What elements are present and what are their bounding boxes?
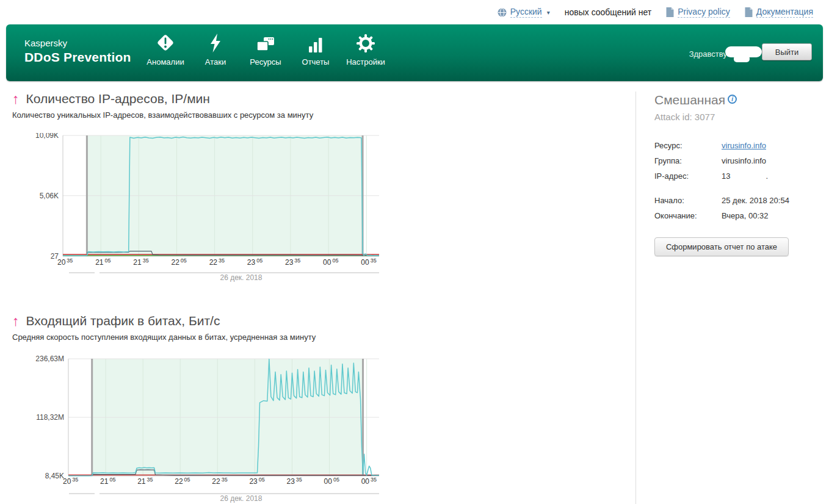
svg-text:2135: 2135 xyxy=(133,257,148,267)
anomaly-diamond-icon xyxy=(155,32,176,53)
nav-label: Аномалии xyxy=(147,57,184,67)
messages-status: новых сообщений нет xyxy=(565,7,652,17)
svg-text:2105: 2105 xyxy=(100,477,115,486)
svg-text:2335: 2335 xyxy=(285,257,300,267)
nav-item-attacks[interactable]: Атаки xyxy=(190,32,241,67)
svg-text:26 дек. 2018: 26 дек. 2018 xyxy=(220,273,262,282)
svg-text:2205: 2205 xyxy=(175,477,190,486)
content-divider xyxy=(635,92,636,504)
generate-report-button[interactable]: Сформировать отчет по атаке xyxy=(654,237,789,256)
attack-id: Attack id: 3077 xyxy=(654,112,820,122)
nav-label: Настройки xyxy=(346,57,385,67)
chart1-title: Количество IP-адресов, IP/мин xyxy=(26,92,210,106)
ip-value: 13 xyxy=(722,171,730,181)
start-value: 25 дек. 2018 20:54 xyxy=(722,196,789,205)
windows-icon xyxy=(256,32,275,53)
documentation-link[interactable]: Документация xyxy=(745,7,813,18)
svg-text:10,09K: 10,09K xyxy=(35,133,59,140)
svg-text:2035: 2035 xyxy=(57,257,73,267)
field-start: Начало: 25 дек. 2018 20:54 xyxy=(654,193,820,208)
incoming-traffic-chart: 236,63M118,32M8,45K203521052135220522352… xyxy=(34,356,400,504)
field-ip: IP-адрес: 13 . xyxy=(654,168,820,184)
field-end: Окончание: Вчера, 00:32 xyxy=(654,208,820,223)
svg-text:118,32M: 118,32M xyxy=(36,413,64,422)
resource-link[interactable]: virusinfo.info xyxy=(722,141,766,150)
field-label: Окончание: xyxy=(654,211,722,220)
gear-icon xyxy=(356,32,375,53)
field-group: Группа: virusinfo.info xyxy=(654,153,820,168)
field-resource: Ресурс: virusinfo.info xyxy=(654,138,820,153)
spacer xyxy=(654,184,820,193)
nav-item-reports[interactable]: Отчеты xyxy=(291,32,341,67)
svg-text:26 дек. 2018: 26 дек. 2018 xyxy=(220,494,262,503)
language-selector[interactable]: Русский ▾ xyxy=(498,7,550,18)
svg-text:0035: 0035 xyxy=(361,477,377,486)
nav-item-resources[interactable]: Ресурсы xyxy=(241,32,291,67)
svg-text:2035: 2035 xyxy=(63,477,78,486)
nav-label: Отчеты xyxy=(302,57,330,67)
svg-text:2235: 2235 xyxy=(209,257,225,267)
up-arrow-icon: ↑ xyxy=(12,92,20,106)
nav-label: Атаки xyxy=(205,57,226,67)
info-icon[interactable]: i xyxy=(728,95,737,104)
chart2-title-row: ↑ Входящий трафик в битах, Бит/с xyxy=(12,314,220,328)
svg-text:2335: 2335 xyxy=(286,477,302,486)
svg-text:2205: 2205 xyxy=(171,257,186,267)
topbar: Русский ▾ новых сообщений нет Privacy po… xyxy=(0,0,829,24)
attack-type: Смешанная xyxy=(654,93,725,107)
document-icon xyxy=(745,7,753,17)
nav-item-settings[interactable]: Настройки xyxy=(341,32,391,67)
field-label: Группа: xyxy=(654,156,722,165)
field-label: Ресурс: xyxy=(654,141,722,150)
up-arrow-icon: ↑ xyxy=(12,314,20,328)
svg-text:5,06K: 5,06K xyxy=(40,192,59,200)
ip-count-chart: 10,09K5,06K27203521052135220522352305233… xyxy=(34,133,400,283)
privacy-policy-label: Privacy policy xyxy=(678,7,730,18)
svg-text:0005: 0005 xyxy=(323,257,338,267)
field-label: Начало: xyxy=(654,196,722,205)
chart2-title: Входящий трафик в битах, Бит/с xyxy=(26,314,220,328)
svg-text:0005: 0005 xyxy=(324,477,339,486)
brand-logo: Kaspersky DDoS Prevention xyxy=(24,38,131,65)
language-label: Русский xyxy=(510,7,542,18)
group-value: virusinfo.info xyxy=(722,156,766,165)
document-icon xyxy=(666,7,674,17)
svg-text:2305: 2305 xyxy=(247,257,262,267)
nav-label: Ресурсы xyxy=(250,57,281,67)
privacy-policy-link[interactable]: Privacy policy xyxy=(666,7,730,18)
documentation-label: Документация xyxy=(756,7,813,18)
svg-text:8,45K: 8,45K xyxy=(45,472,64,480)
attack-type-row: Смешанная i xyxy=(654,93,820,107)
chart1-subtitle: Количество уникальных IP-адресов, взаимо… xyxy=(12,110,313,120)
chevron-down-icon: ▾ xyxy=(547,9,550,16)
ip-redaction-remnant: . xyxy=(766,171,768,181)
username-redaction xyxy=(734,56,750,62)
svg-text:236,63M: 236,63M xyxy=(35,356,64,363)
attack-details-panel: Смешанная i Attack id: 3077 Ресурс: viru… xyxy=(654,93,820,256)
chart2-subtitle: Средняя скорость поступления входящих да… xyxy=(12,333,316,342)
svg-text:2105: 2105 xyxy=(95,257,110,267)
svg-text:2135: 2135 xyxy=(137,477,153,486)
end-value: Вчера, 00:32 xyxy=(722,211,768,220)
svg-text:2305: 2305 xyxy=(249,477,264,486)
attack-fields: Ресурс: virusinfo.info Группа: virusinfo… xyxy=(654,138,820,223)
logout-button[interactable]: Выйти xyxy=(762,43,812,60)
svg-text:2235: 2235 xyxy=(212,477,227,486)
brand-product: DDoS Prevention xyxy=(24,50,131,65)
brand-kaspersky: Kaspersky xyxy=(24,38,131,48)
app-header: Kaspersky DDoS Prevention Аномалии Атаки xyxy=(6,24,823,81)
nav-item-anomalies[interactable]: Аномалии xyxy=(140,32,190,67)
globe-icon xyxy=(498,8,507,17)
chart1-title-row: ↑ Количество IP-адресов, IP/мин xyxy=(12,92,210,106)
field-label: IP-адрес: xyxy=(654,171,722,181)
main-nav: Аномалии Атаки Ресурсы xyxy=(140,32,391,67)
bar-chart-icon xyxy=(307,32,324,53)
lightning-icon xyxy=(208,32,223,53)
svg-text:0035: 0035 xyxy=(361,257,376,267)
